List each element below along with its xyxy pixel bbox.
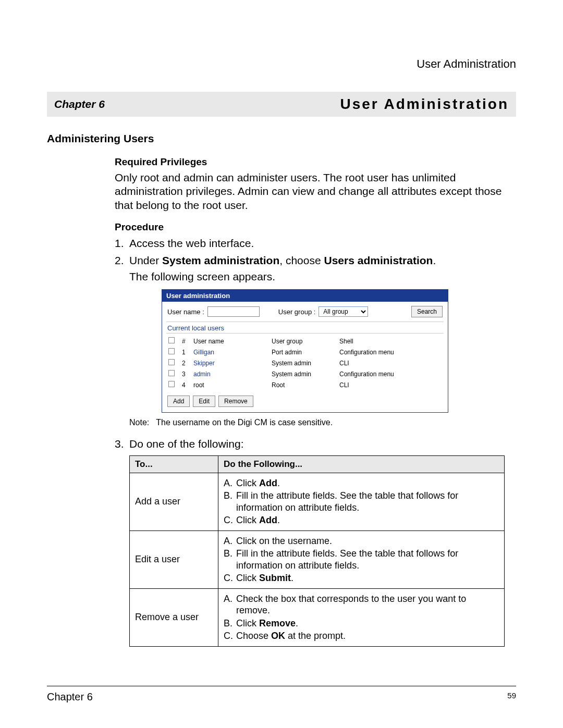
item-pre: Click: [236, 618, 259, 628]
username-label: User name :: [167, 308, 204, 316]
item-letter: B.: [224, 618, 236, 630]
note-text: The username on the Digi CM is case sens…: [156, 418, 333, 427]
row-group: Root: [270, 379, 337, 390]
row-group: Port admin: [270, 347, 337, 357]
action-do: A.Click Add. B.Fill in the attribute fie…: [218, 473, 505, 530]
item-letter: B.: [224, 490, 236, 502]
row-shell: Configuration menu: [337, 368, 444, 379]
item-pre: Choose: [236, 631, 271, 641]
col-hash: #: [180, 336, 191, 347]
search-button[interactable]: Search: [411, 306, 443, 317]
chapter-title: User Administration: [340, 96, 509, 113]
username-input[interactable]: [207, 306, 260, 317]
row-num: 4: [180, 379, 191, 390]
step-suffix: .: [433, 254, 436, 266]
step-num: 1.: [115, 236, 129, 250]
item-bold: Submit: [259, 573, 291, 583]
item-bold: Add: [259, 478, 277, 488]
ss-section-head: Current local users: [162, 322, 448, 333]
step-bold1: System administration: [162, 254, 279, 266]
running-header: User Administration: [47, 57, 516, 71]
item-letter: A.: [224, 477, 236, 489]
usergroup-select[interactable]: All group: [319, 306, 368, 317]
step-bold2: Users administration: [324, 254, 433, 266]
section-heading: Administering Users: [47, 132, 516, 145]
row-num: 2: [180, 357, 191, 368]
action-to: Edit a user: [130, 530, 218, 588]
item-pre: Check the box that corresponds to the us…: [236, 594, 466, 616]
col-shell: Shell: [337, 336, 444, 347]
step-mid: , choose: [279, 254, 324, 266]
table-row: 4 root Root CLI: [166, 379, 444, 390]
row-group: System admin: [270, 368, 337, 379]
item-pre: Click on the username.: [236, 536, 332, 546]
step-text: Do one of the following:: [129, 438, 243, 450]
item-letter: B.: [224, 548, 236, 560]
row-shell: CLI: [337, 357, 444, 368]
row-group: System admin: [270, 357, 337, 368]
item-post: at the prompt.: [285, 631, 346, 641]
footer-rule: [47, 686, 516, 686]
action-row: Remove a user A.Check the box that corre…: [130, 588, 505, 646]
col-group: User group: [270, 336, 337, 347]
page-number: 59: [507, 691, 516, 703]
item-pre: Click: [236, 573, 259, 583]
step-3: 3.Do one of the following:: [115, 437, 516, 451]
username-link[interactable]: Skipper: [193, 360, 215, 367]
procedure-subhead: Procedure: [115, 221, 516, 233]
row-num: 3: [180, 368, 191, 379]
usergroup-label: User group :: [278, 308, 316, 316]
chapter-label: Chapter 6: [54, 98, 105, 110]
users-table: # User name User group Shell 1 Gilligan …: [166, 336, 444, 390]
page-footer: Chapter 6 59: [47, 691, 516, 703]
item-pre: Click: [236, 515, 259, 525]
col-name: User name: [191, 336, 270, 347]
username-link[interactable]: admin: [193, 371, 211, 378]
item-pre: Fill in the attribute fields. See the ta…: [236, 548, 458, 571]
action-table: To... Do the Following... Add a user A.C…: [129, 455, 505, 647]
username-text: root: [193, 381, 204, 389]
action-header-row: To... Do the Following...: [130, 455, 505, 473]
item-pre: Click: [236, 478, 259, 488]
table-row: 2 Skipper System admin CLI: [166, 357, 444, 368]
row-num: 1: [180, 347, 191, 357]
privileges-text: Only root and admin can administer users…: [115, 171, 516, 212]
item-letter: C.: [224, 514, 236, 526]
table-row: 1 Gilligan Port admin Configuration menu: [166, 347, 444, 357]
ss-title: User administration: [162, 290, 448, 302]
ss-search-row: User name : User group : All group Searc…: [162, 302, 448, 322]
select-all-checkbox[interactable]: [168, 337, 175, 343]
action-row: Add a user A.Click Add. B.Fill in the at…: [130, 473, 505, 530]
row-checkbox[interactable]: [168, 370, 175, 376]
edit-button[interactable]: Edit: [193, 396, 215, 407]
action-do: A.Click on the username. B.Fill in the a…: [218, 530, 505, 588]
step-num: 2.: [115, 253, 129, 267]
action-do: A.Check the box that corresponds to the …: [218, 588, 505, 646]
add-button[interactable]: Add: [167, 396, 190, 407]
item-letter: A.: [224, 535, 236, 547]
item-pre: Fill in the attribute fields. See the ta…: [236, 490, 458, 513]
remove-button[interactable]: Remove: [218, 396, 253, 407]
action-row: Edit a user A.Click on the username. B.F…: [130, 530, 505, 588]
row-shell: CLI: [337, 379, 444, 390]
col-to: To...: [130, 455, 218, 473]
table-header-row: # User name User group Shell: [166, 336, 444, 347]
username-link[interactable]: Gilligan: [193, 349, 214, 356]
col-do: Do the Following...: [218, 455, 505, 473]
user-admin-screenshot: User administration User name : User gro…: [162, 289, 448, 413]
step-prefix: Under: [129, 254, 162, 266]
item-post: .: [291, 573, 293, 583]
row-shell: Configuration menu: [337, 347, 444, 357]
item-bold: Add: [259, 515, 277, 525]
step-num: 3.: [115, 437, 129, 451]
row-checkbox[interactable]: [168, 359, 175, 365]
step-2: 2.Under System administration, choose Us…: [115, 253, 516, 267]
item-letter: C.: [224, 630, 236, 642]
item-bold: Remove: [259, 618, 296, 628]
item-post: .: [277, 478, 280, 488]
row-checkbox[interactable]: [168, 381, 175, 387]
row-checkbox[interactable]: [168, 348, 175, 354]
step-text: Access the web interface.: [129, 237, 254, 249]
action-to: Add a user: [130, 473, 218, 530]
action-to: Remove a user: [130, 588, 218, 646]
